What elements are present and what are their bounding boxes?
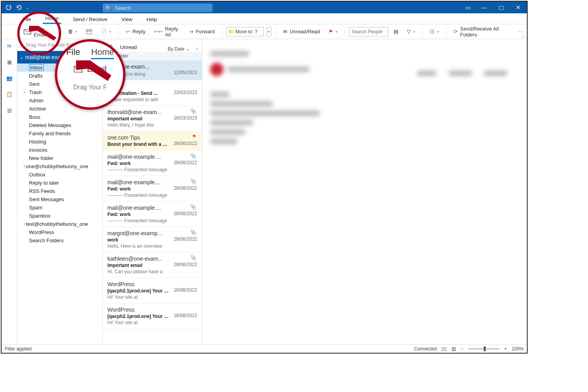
attachment-icon: 📎 xyxy=(190,153,196,159)
search-box[interactable]: 🔍 xyxy=(103,4,212,12)
rail-more-icon[interactable]: ▥ xyxy=(7,107,12,113)
folder-item[interactable]: test@chubbythebunny_one xyxy=(17,220,102,228)
move-dropdown-button[interactable]: 📄▾ xyxy=(98,27,114,36)
folder-label: test@chubbythebunny_one xyxy=(26,221,88,227)
reply-all-button[interactable]: ↩↩Reply All xyxy=(151,24,184,39)
message-date: 16/06/2022 xyxy=(174,313,197,318)
folder-label: WordPress xyxy=(29,229,54,235)
folder-item[interactable]: Outbox xyxy=(17,171,102,179)
rail-people-icon[interactable]: 👥 xyxy=(6,75,13,81)
zoom-out-button[interactable]: − xyxy=(461,346,463,352)
message-preview: d have requested to add xyxy=(107,97,194,102)
folder-item[interactable]: invoices xyxy=(17,146,102,154)
undo-icon[interactable] xyxy=(16,4,22,11)
reply-button[interactable]: ↩Reply xyxy=(123,27,149,36)
translate-button[interactable]: Ⓐ▾ xyxy=(426,27,442,37)
moveto-chevron-icon[interactable]: ▾ xyxy=(266,27,272,36)
message-item[interactable]: mail@one-example....Fwd: work---------- … xyxy=(103,201,202,227)
message-item[interactable]: mail@one-example....Fwd: work---------- … xyxy=(103,176,202,201)
message-subject: work xyxy=(107,237,170,243)
message-date: 16/06/2022 xyxy=(174,287,197,293)
annotation-zoom-circle: File Home + Email Drag Your F xyxy=(55,39,125,110)
message-item[interactable]: mail@one-example....Fwd: work---------- … xyxy=(103,151,202,176)
flag-button[interactable]: ⚑▾ xyxy=(325,27,341,36)
address-book-button[interactable]: ▤ xyxy=(390,27,401,36)
message-subject: Fwd: work xyxy=(107,186,170,192)
folder-item[interactable]: Search Folders xyxy=(17,236,102,245)
unread-read-button[interactable]: ✉Unread/Read xyxy=(280,27,323,36)
move-to-combo[interactable]: 📁 Move to: ? xyxy=(226,27,264,36)
message-preview: ---------- Forwarded message xyxy=(107,167,194,172)
folder-item[interactable]: Deleted Messages xyxy=(17,121,102,129)
svg-rect-3 xyxy=(87,31,91,34)
sort-asc-icon[interactable]: ↑ xyxy=(196,46,198,52)
tab-view[interactable]: View xyxy=(119,15,135,24)
rail-calendar-icon[interactable]: ▦ xyxy=(7,59,12,65)
folder-item[interactable]: Spambox xyxy=(17,212,102,220)
zoom-slider[interactable] xyxy=(468,348,499,350)
view-reading-icon[interactable]: ▤ xyxy=(452,346,456,352)
message-preview: Hi, Can you please have a xyxy=(107,269,194,274)
message-preview: Hello Mary, I hope this xyxy=(107,122,194,128)
ribbon-display-icon[interactable]: ▭ xyxy=(461,2,475,13)
forward-button[interactable]: ➔Forward xyxy=(186,27,218,36)
annotation-circle-small xyxy=(17,11,61,55)
delete-button[interactable]: 🗑▾ xyxy=(65,27,80,36)
outlook-window: ⌄ 🔍 ▭ — ▢ ✕ File Home Send / Receive Vie… xyxy=(1,1,528,354)
archive-button[interactable] xyxy=(83,27,95,36)
sync-icon[interactable] xyxy=(5,4,12,11)
folder-label: Admin xyxy=(29,98,44,103)
filter-button[interactable]: ▽▾ xyxy=(404,27,418,36)
message-subject: Important email xyxy=(107,263,170,268)
reading-pane xyxy=(202,39,527,344)
search-input[interactable] xyxy=(114,5,210,11)
folder-item[interactable]: Family and friends xyxy=(17,129,102,138)
tab-unread[interactable]: Unread xyxy=(120,44,137,52)
close-button[interactable]: ✕ xyxy=(510,2,527,13)
chevron-down-icon: ⌄ xyxy=(186,46,190,52)
folder-item[interactable]: RSS Feeds xyxy=(17,187,102,195)
send-receive-all-button[interactable]: ⟳Send/Receive All Folders xyxy=(450,24,512,39)
folder-item[interactable]: Sent Messages xyxy=(17,195,102,203)
collapse-ribbon-icon[interactable]: ⌄ xyxy=(521,34,524,38)
message-item[interactable]: kathleen@one-exam...Important emailHi, C… xyxy=(103,252,202,278)
sort-control[interactable]: By Date ⌄ ↑ xyxy=(168,46,198,52)
tab-send-receive[interactable]: Send / Receive xyxy=(71,15,110,24)
zoom-in-button[interactable]: + xyxy=(504,346,507,352)
folder-item[interactable]: Spam xyxy=(17,203,102,212)
translate-icon: Ⓐ xyxy=(430,28,435,35)
rail-tasks-icon[interactable]: 📋 xyxy=(6,91,13,97)
search-people-input[interactable] xyxy=(349,27,388,36)
minimize-button[interactable]: — xyxy=(475,2,492,13)
attachment-icon: 📎 xyxy=(190,108,196,114)
message-item[interactable]: WordPress[qacph2.1prod.one] Your si...Hi… xyxy=(103,278,202,303)
message-subject: Boost your brand with a ne... xyxy=(107,142,170,147)
folder-item[interactable]: Hosting xyxy=(17,138,102,146)
rail-mail-icon[interactable]: ✉ xyxy=(7,43,11,49)
message-date: 28/06/2022 xyxy=(174,211,197,216)
folder-item[interactable]: Reply to later xyxy=(17,179,102,187)
folder-label: Hosting xyxy=(29,139,46,145)
message-item[interactable]: thorvald@one-exam...important emailHello… xyxy=(103,106,202,131)
folder-label: one@chubbythebunny_one xyxy=(26,163,88,169)
folder-item[interactable]: Boss xyxy=(17,113,102,121)
separator xyxy=(345,27,345,37)
message-from: thorvald@one-exam... xyxy=(107,109,197,115)
tab-help[interactable]: Help xyxy=(144,15,160,24)
folder-label: Spambox xyxy=(29,213,51,219)
folder-item[interactable]: WordPress xyxy=(17,228,102,236)
envelope-icon: ✉ xyxy=(283,29,287,34)
message-preview: ---------- Forwarded message xyxy=(107,218,194,223)
qat-dropdown-icon[interactable]: ⌄ xyxy=(26,5,29,10)
message-item[interactable]: one.com TipsBoost your brand with a ne..… xyxy=(103,131,202,151)
folder-item[interactable]: New folder xyxy=(17,154,102,162)
folder-item[interactable]: one@chubbythebunny_one xyxy=(17,162,102,171)
message-from: kathleen@one-exam... xyxy=(107,256,197,262)
maximize-button[interactable]: ▢ xyxy=(492,2,510,13)
view-normal-icon[interactable]: ▯▯ xyxy=(441,346,447,352)
sync-icon: ⟳ xyxy=(454,29,458,34)
message-date: 12/05/2023 xyxy=(174,70,197,75)
message-item[interactable]: margot@one-examp...workHello, Here is an… xyxy=(103,227,202,252)
message-subject: Fwd: work xyxy=(107,161,170,166)
message-item[interactable]: WordPress[qacph2.1prod.one] Your si...Hi… xyxy=(103,303,202,329)
